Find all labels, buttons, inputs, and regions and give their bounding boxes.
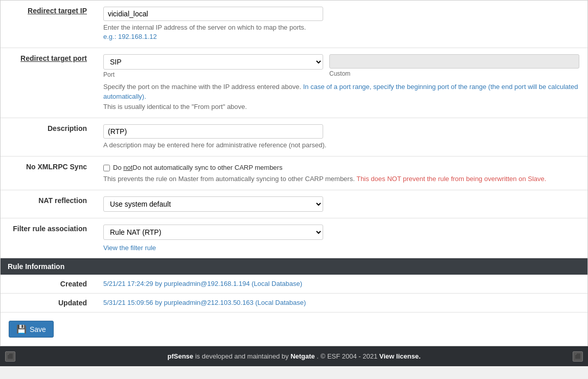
redirect-target-ip-label[interactable]: Redirect target IP — [28, 7, 87, 15]
no-xmlrpc-sync-label: No XMLRPC Sync — [26, 163, 87, 171]
port-select-wrapper: SIP Other Port — [103, 54, 323, 78]
updated-value: 5/31/21 15:09:56 by purpleadmin@212.103.… — [95, 294, 587, 313]
description-row: Description A description may be entered… — [1, 118, 587, 156]
port-select[interactable]: SIP Other — [103, 54, 323, 70]
description-label: Description — [48, 124, 87, 132]
save-section: 💾 Save — [1, 313, 587, 346]
redirect-target-ip-row: Redirect target IP Enter the internal IP… — [1, 1, 587, 48]
main-form: Redirect target IP Enter the internal IP… — [0, 0, 588, 346]
port-hint2: This is usually identical to the "From p… — [103, 102, 579, 112]
port-hint: Specify the port on the machine with the… — [103, 82, 579, 101]
redirect-target-ip-input[interactable] — [103, 7, 323, 21]
form-table: Redirect target IP Enter the internal IP… — [1, 1, 587, 258]
updated-row: Updated 5/31/21 15:09:56 by purpleadmin@… — [1, 294, 587, 313]
footer-icon-left: ⬛ — [5, 351, 15, 362]
rule-info-table: Created 5/21/21 17:24:29 by purpleadmin@… — [1, 275, 587, 313]
filter-rule-association-select[interactable]: Rule NAT (RTP) None Pass — [103, 225, 323, 240]
rule-information-header: Rule Information — [1, 258, 587, 275]
footer-icon-right: ⬛ — [573, 351, 583, 362]
port-row: SIP Other Port Custom — [103, 54, 579, 78]
save-label: Save — [30, 325, 46, 333]
redirect-target-port-row: Redirect target port SIP Other Port Cust… — [1, 48, 587, 118]
redirect-target-port-label[interactable]: Redirect target port — [20, 54, 87, 62]
no-xmlrpc-sync-row: No XMLRPC Sync Do notDo not automaticall… — [1, 157, 587, 190]
filter-rule-association-label: Filter rule association — [13, 225, 87, 233]
xmlrpc-checkbox-label: Do notDo not automatically sync to other… — [113, 164, 282, 171]
redirect-target-ip-hint: Enter the internal IP address of the ser… — [103, 23, 579, 41]
xmlrpc-checkbox-row: Do notDo not automatically sync to other… — [103, 164, 579, 171]
created-row: Created 5/21/21 17:24:29 by purpleadmin@… — [1, 275, 587, 294]
view-filter-rule-link[interactable]: View the filter rule — [103, 244, 156, 252]
created-value: 5/21/21 17:24:29 by purpleadmin@192.168.… — [95, 275, 587, 294]
save-button[interactable]: 💾 Save — [9, 321, 54, 338]
pfsense-brand: pfSense — [167, 352, 193, 360]
view-license-link[interactable]: View license. — [379, 352, 421, 360]
description-input[interactable] — [103, 124, 323, 139]
no-xmlrpc-sync-checkbox[interactable] — [103, 165, 110, 171]
xmlrpc-warning: This prevents the rule on Master from au… — [103, 174, 579, 184]
description-hint: A description may be entered here for ad… — [103, 141, 579, 150]
footer-suffix-text: . © ESF 2004 - 2021 — [316, 352, 379, 360]
custom-port-input[interactable] — [329, 54, 579, 69]
save-icon: 💾 — [16, 324, 27, 334]
footer-text: pfSense is developed and maintained by N… — [167, 352, 420, 360]
footer-middle-text: is developed and maintained by — [195, 352, 290, 360]
footer: ⬛ pfSense is developed and maintained by… — [0, 346, 588, 366]
custom-label: Custom — [329, 70, 579, 77]
netgate-link[interactable]: Netgate — [290, 352, 315, 360]
created-label: Created — [1, 275, 95, 294]
updated-label: Updated — [1, 294, 95, 313]
nat-reflection-select[interactable]: Use system default Enable (NAT + Proxy) … — [103, 196, 323, 212]
nat-reflection-row: NAT reflection Use system default Enable… — [1, 190, 587, 218]
nat-reflection-label: NAT reflection — [38, 196, 87, 205]
port-custom-wrapper: Custom — [329, 54, 579, 77]
port-label: Port — [103, 71, 323, 78]
filter-rule-association-row: Filter rule association Rule NAT (RTP) N… — [1, 218, 587, 258]
